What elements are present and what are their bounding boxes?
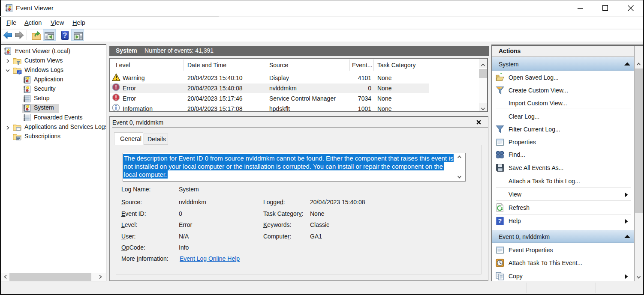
svg-text:?: ? xyxy=(498,218,502,224)
svg-text:?: ? xyxy=(63,32,67,39)
